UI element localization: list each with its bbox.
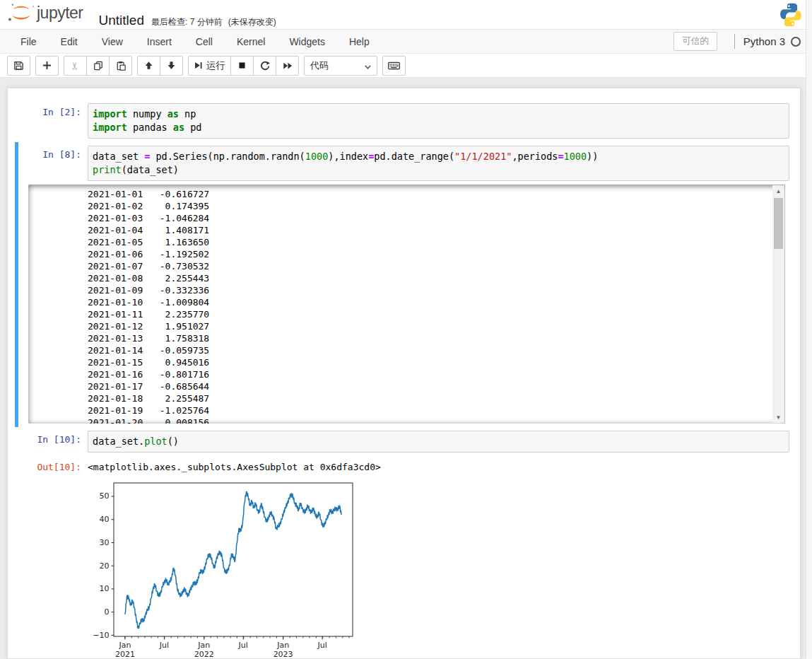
svg-text:2022: 2022: [194, 650, 214, 659]
save-icon: [13, 60, 24, 71]
add-cell-button[interactable]: [35, 56, 59, 76]
trusted-button[interactable]: 可信的: [673, 32, 717, 51]
svg-text:−10: −10: [93, 631, 109, 640]
menu-edit[interactable]: Edit: [49, 31, 90, 52]
restart-run-all-button[interactable]: [276, 56, 299, 76]
command-palette-button[interactable]: [382, 56, 406, 76]
checkpoint-status: 最后检查: 7 分钟前: [151, 16, 223, 28]
output-prompt: Out[10]:: [18, 458, 88, 472]
menu-cell[interactable]: Cell: [184, 31, 225, 52]
python-logo-icon: [778, 2, 804, 28]
step-forward-icon: [194, 61, 203, 70]
jupyter-logo[interactable]: jupyter: [7, 1, 83, 28]
toolbar: ✂ 运行 代码: [0, 54, 812, 78]
output-scroll-area[interactable]: 2021-01-01 -0.616727 2021-01-02 0.174395…: [28, 185, 785, 424]
menu-widgets[interactable]: Widgets: [277, 31, 337, 52]
svg-text:20: 20: [100, 561, 110, 571]
input-prompt: In [2]:: [18, 103, 88, 139]
menubar-divider: [734, 34, 735, 49]
repr-output-text: <matplotlib.axes._subplots.AxesSubplot a…: [88, 458, 381, 472]
menu-view[interactable]: View: [90, 31, 135, 52]
notebook-container: In [2]: import numpy as npimport pandas …: [7, 88, 801, 659]
svg-text:50: 50: [100, 491, 110, 501]
svg-text:2023: 2023: [273, 650, 293, 659]
code-cell-3[interactable]: In [10]: data_set.plot() Out[10]: <matpl…: [15, 427, 793, 659]
celltype-select[interactable]: 代码: [304, 56, 377, 76]
notebook-title[interactable]: Untitled: [99, 13, 144, 28]
chevron-down-icon: [364, 63, 372, 71]
arrow-down-icon: [167, 61, 176, 70]
kernel-status-icon: [791, 37, 801, 47]
menubar: FileEditViewInsertCellKernelWidgetsHelp …: [0, 30, 812, 54]
move-cell-down-button[interactable]: [160, 56, 183, 76]
jupyter-logo-icon: [7, 1, 35, 28]
input-prompt: In [10]:: [18, 431, 88, 453]
kernel-name: Python 3: [743, 35, 785, 47]
arrow-up-icon: [144, 61, 153, 70]
svg-text:30: 30: [100, 538, 110, 547]
restart-icon: [260, 61, 270, 71]
svg-text:Jul: Jul: [317, 641, 326, 650]
menu-file[interactable]: File: [8, 31, 49, 52]
keyboard-icon: [388, 61, 400, 71]
page-scrollbar[interactable]: [806, 0, 812, 659]
scroll-down-arrow-icon[interactable]: ▼: [772, 412, 784, 423]
interrupt-kernel-button[interactable]: [230, 56, 254, 76]
menu-kernel[interactable]: Kernel: [225, 31, 277, 52]
svg-text:10: 10: [100, 584, 110, 593]
scissors-icon: ✂: [69, 61, 81, 70]
run-button-label: 运行: [206, 59, 225, 72]
code-cell-1[interactable]: In [2]: import numpy as npimport pandas …: [15, 100, 793, 142]
svg-text:0: 0: [105, 607, 110, 617]
output-scrollbar[interactable]: ▲ ▼: [772, 185, 784, 423]
plus-icon: [42, 61, 52, 70]
jupyter-logo-text: jupyter: [37, 4, 83, 23]
svg-text:40: 40: [100, 515, 110, 524]
notebook-header: jupyter Untitled 最后检查: 7 分钟前 (未保存改变): [0, 0, 812, 30]
output-text: 2021-01-01 -0.616727 2021-01-02 0.174395…: [28, 185, 785, 424]
code-editor[interactable]: import numpy as npimport pandas as pd: [88, 103, 789, 139]
code-cell-2[interactable]: In [8]: data_set = pd.Series(np.random.r…: [15, 142, 793, 427]
copy-cell-button[interactable]: [86, 56, 110, 76]
paste-icon: [116, 61, 126, 71]
svg-text:Jan: Jan: [118, 641, 131, 650]
input-prompt: In [8]:: [18, 146, 88, 181]
svg-text:2021: 2021: [115, 650, 135, 659]
cut-cell-button[interactable]: ✂: [64, 56, 87, 76]
celltype-selected-value: 代码: [310, 59, 329, 72]
move-cell-up-button[interactable]: [137, 56, 160, 76]
svg-text:Jul: Jul: [159, 641, 169, 650]
output-scrollbar-thumb[interactable]: [774, 198, 783, 249]
code-editor[interactable]: data_set.plot(): [88, 431, 789, 453]
copy-icon: [93, 61, 103, 71]
code-editor[interactable]: data_set = pd.Series(np.random.randn(100…: [88, 146, 789, 181]
save-button[interactable]: [7, 56, 30, 76]
paste-cell-button[interactable]: [109, 56, 132, 76]
svg-text:Jan: Jan: [276, 641, 289, 650]
restart-kernel-button[interactable]: [253, 56, 276, 76]
notebook-site: In [2]: import numpy as npimport pandas …: [0, 78, 812, 659]
menu-insert[interactable]: Insert: [135, 31, 184, 52]
scroll-up-arrow-icon[interactable]: ▲: [772, 185, 784, 197]
unsaved-changes-status: (未保存改变): [228, 16, 276, 28]
run-button[interactable]: 运行: [188, 56, 231, 76]
svg-text:Jan: Jan: [197, 641, 210, 650]
matplotlib-line-chart: −1001020304050Jan2021JulJan2022JulJan202…: [88, 477, 356, 659]
fast-forward-icon: [283, 61, 293, 71]
svg-text:Jul: Jul: [238, 641, 248, 650]
stop-icon: [237, 61, 247, 70]
menu-help[interactable]: Help: [337, 31, 382, 52]
